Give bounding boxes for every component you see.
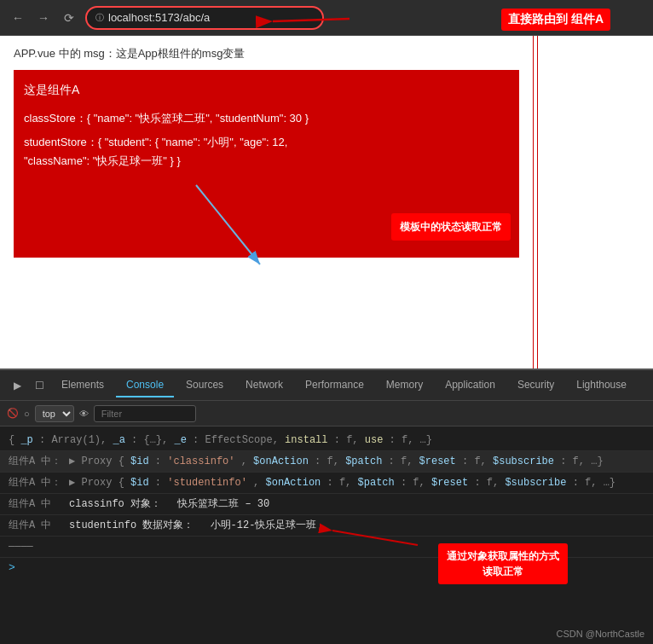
clear-console-icon[interactable]: 🚫: [7, 408, 19, 419]
store-data-3: "className": "快乐足球一班" } }: [24, 152, 509, 171]
store-data-2: studentStore：{ "student": { "name": "小明"…: [24, 133, 509, 152]
tab-security[interactable]: Security: [507, 374, 564, 397]
filter-input[interactable]: [94, 405, 196, 422]
console-line: 组件A 中： ▶ Proxy { $id : 'studentinfo' , $…: [0, 473, 653, 494]
lock-icon: ⓘ: [95, 12, 104, 24]
watermark: CSDN @NorthCastle: [557, 629, 644, 639]
console-line: 组件A 中： ▶ Proxy { $id : 'classinfo' , $on…: [0, 451, 653, 473]
annotation-devtools-label: 通过对象获取属性的方式读取正常: [438, 543, 568, 584]
tab-console[interactable]: Console: [116, 374, 174, 397]
main-content: APP.vue 中的 msg：这是App根组件的msg变量 这是组件A clas…: [0, 36, 653, 368]
forward-button[interactable]: →: [34, 9, 53, 27]
address-bar[interactable]: ⓘ localhost:5173/abc/a: [85, 6, 324, 30]
console-line-content: ▶ Proxy { $id : 'classinfo' , $onAction …: [69, 454, 644, 469]
console-line-content: ▶ Proxy { $id : 'studentinfo' , $onActio…: [69, 475, 644, 490]
console-output: { _p : Array(1), _a : {…}, _e : EffectSc…: [0, 426, 653, 644]
back-button[interactable]: ←: [9, 9, 27, 27]
console-line-content: { _p : Array(1), _a : {…}, _e : EffectSc…: [9, 432, 644, 448]
annotation-direct-label: 直接路由到 组件A: [501, 9, 610, 31]
console-line: { _p : Array(1), _a : {…}, _e : EffectSc…: [0, 430, 653, 451]
content-left: APP.vue 中的 msg：这是App根组件的msg变量 这是组件A clas…: [0, 36, 534, 368]
content-right: [534, 36, 653, 368]
red-vertical-line: [537, 36, 538, 368]
tab-lighthouse[interactable]: Lighthouse: [566, 374, 637, 397]
console-line: 组件A 中 studentinfo 数据对象： 小明-12-快乐足球一班: [0, 515, 653, 537]
context-select[interactable]: top: [35, 405, 74, 422]
devtools-panel: ▶ ☐ Elements Console Sources Network Per…: [0, 368, 653, 644]
tab-application[interactable]: Application: [435, 374, 506, 397]
reload-button[interactable]: ⟳: [60, 9, 78, 27]
url-text: localhost:5173/abc/a: [108, 11, 314, 24]
app-msg-text: APP.vue 中的 msg：这是App根组件的msg变量: [14, 46, 519, 61]
store-data-1: classStore：{ "name": "快乐篮球二班", "studentN…: [24, 109, 509, 128]
console-line-content: studentinfo 数据对象： 小明-12-快乐足球一班: [69, 518, 644, 533]
eye-icon[interactable]: 👁: [79, 409, 89, 419]
console-line: 组件A 中 classinfo 对象： 快乐篮球二班 – 30: [0, 494, 653, 515]
console-line-content: classinfo 对象： 快乐篮球二班 – 30: [69, 496, 644, 512]
devtools-tabs: ▶ ☐ Elements Console Sources Network Per…: [0, 370, 653, 401]
inspect-icon[interactable]: ▶: [7, 375, 27, 396]
tab-performance[interactable]: Performance: [295, 374, 374, 397]
browser-chrome: ← → ⟳ ⓘ localhost:5173/abc/a 直接路由到 组件A: [0, 0, 653, 36]
component-a-title: 这是组件A: [24, 80, 509, 101]
devtools-toolbar: 🚫 ○ top 👁: [0, 401, 653, 426]
annotation-template-label: 模板中的状态读取正常: [391, 213, 511, 241]
device-icon[interactable]: ☐: [29, 375, 49, 396]
component-a-box: 这是组件A classStore：{ "name": "快乐篮球二班", "st…: [14, 70, 519, 258]
tab-elements[interactable]: Elements: [51, 374, 114, 397]
tab-sources[interactable]: Sources: [176, 374, 234, 397]
console-filter-icon[interactable]: ○: [24, 409, 30, 419]
tab-network[interactable]: Network: [235, 374, 293, 397]
tab-memory[interactable]: Memory: [376, 374, 433, 397]
